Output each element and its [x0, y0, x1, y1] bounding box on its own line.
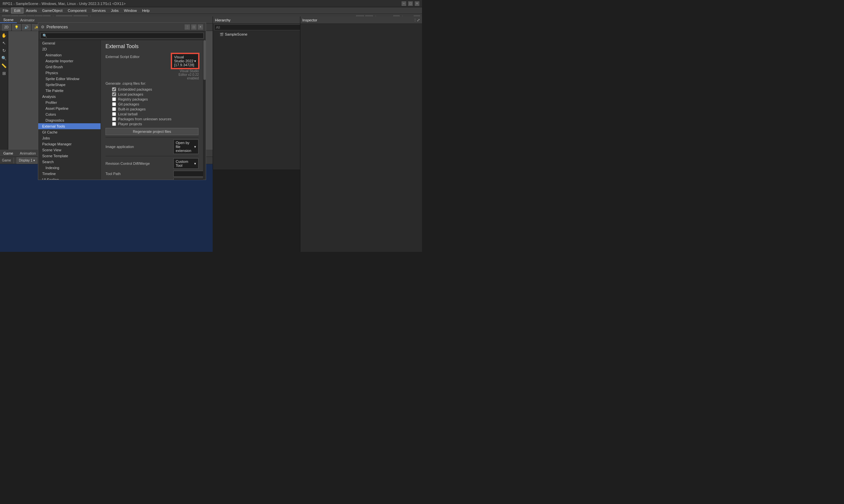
inspector-menu-btn[interactable]: ⋮	[413, 18, 417, 22]
revision-dropdown[interactable]: Custom Tool ▾	[174, 158, 198, 169]
checkbox-2[interactable]	[112, 97, 116, 101]
menu-item-help[interactable]: Help	[140, 8, 152, 13]
tab-scene[interactable]: Scene	[0, 17, 17, 23]
preferences-content: External Tools External Script Editor Vi…	[101, 40, 203, 180]
lighting-toggle[interactable]: 💡	[12, 24, 21, 31]
checkbox-3[interactable]	[112, 102, 116, 106]
inspector-expand-btn[interactable]: ⤢	[417, 18, 420, 22]
menu-item-edit[interactable]: Edit	[11, 7, 23, 14]
preferences-scrollbar[interactable]	[203, 40, 206, 180]
menu-items: FileEditAssetsGameObjectComponentService…	[0, 7, 152, 14]
window-title: RPG1 - SampleScene - Windows, Mac, Linux…	[3, 2, 126, 5]
image-app-dropdown[interactable]: Open by file extension ▾	[174, 140, 198, 154]
pref-nav-item-profiler[interactable]: Profiler	[38, 100, 101, 106]
close-button[interactable]: ×	[415, 1, 419, 6]
menu-item-file[interactable]: File	[0, 8, 11, 13]
inspector-tab: Inspector	[302, 18, 317, 22]
hand-icon-btn[interactable]: ✋	[1, 32, 7, 39]
inspector-tab-bar: Inspector ⋮ ⤢	[300, 17, 422, 24]
checkbox-0[interactable]	[112, 87, 116, 91]
checkbox-label-4: Built-in packages	[118, 107, 146, 111]
zoom-icon-btn[interactable]: 🔍	[1, 55, 7, 61]
tab-game[interactable]: Game	[0, 151, 17, 156]
image-app-value: Open by file extension	[176, 141, 194, 152]
pref-nav-item-sprite_editor[interactable]: Sprite Editor Window	[38, 76, 101, 82]
preferences-title: ⚙ Preferences	[41, 25, 68, 29]
checkbox-5[interactable]	[112, 112, 116, 116]
checkbox-row-3: Git packages	[112, 102, 198, 106]
pref-nav-item-scene_template[interactable]: Scene Template	[38, 153, 101, 159]
menu-item-jobs[interactable]: Jobs	[108, 8, 121, 13]
image-app-dropdown-wrap: Open by file extension ▾	[174, 140, 198, 154]
menu-item-window[interactable]: Window	[121, 8, 140, 13]
checkbox-1[interactable]	[112, 92, 116, 96]
scene-name: SampleScene	[225, 32, 248, 36]
two-way-label: Two-way diff command line	[106, 179, 172, 180]
regenerate-btn[interactable]: Regenerate project files	[106, 128, 198, 135]
2d-mode-toggle[interactable]: 2D	[2, 24, 11, 31]
checkbox-4[interactable]	[112, 107, 116, 111]
pref-nav-item-search[interactable]: Search	[38, 159, 101, 165]
audio-toggle[interactable]: 🔊	[22, 24, 31, 31]
rotate-icon-btn[interactable]: ↻	[2, 48, 6, 54]
checkbox-7[interactable]	[112, 122, 116, 126]
pref-nav-item-spriteshape[interactable]: SpriteShape	[38, 82, 101, 88]
custom-icon-btn[interactable]: ⊞	[2, 70, 6, 76]
checkbox-label-7: Player projects	[118, 122, 142, 126]
menu-bar: FileEditAssetsGameObjectComponentService…	[0, 7, 422, 14]
preferences-search-input[interactable]	[40, 33, 204, 39]
pref-nav-item-package_manager[interactable]: Package Manager	[38, 141, 101, 147]
scroll-track	[203, 40, 206, 180]
pref-nav-item-general[interactable]: General	[38, 40, 101, 46]
scroll-thumb[interactable]	[203, 40, 206, 80]
pref-nav-item-grid_brush[interactable]: Grid Brush	[38, 64, 101, 70]
tool-path-input[interactable]	[174, 171, 203, 177]
pref-nav-item-colors[interactable]: Colors	[38, 111, 101, 118]
pref-nav-item-analysis[interactable]: Analysis	[38, 94, 101, 100]
tab-animation[interactable]: Animation	[17, 151, 39, 156]
menu-item-assets[interactable]: Assets	[23, 8, 39, 13]
checkbox-6[interactable]	[112, 117, 116, 121]
checkbox-row-2: Registry packages	[112, 97, 198, 101]
pref-nav-item-timeline[interactable]: Timeline	[38, 171, 101, 177]
menu-item-component[interactable]: Component	[65, 8, 89, 13]
checkbox-label-2: Registry packages	[118, 97, 148, 101]
ruler-icon-btn[interactable]: 📏	[1, 62, 7, 69]
image-app-arrow: ▾	[194, 145, 196, 149]
pref-close-btn[interactable]: ×	[198, 24, 203, 30]
pref-nav-item-diagnostics[interactable]: Diagnostics	[38, 118, 101, 123]
pref-nav-item-indexing[interactable]: Indexing	[38, 165, 101, 171]
title-bar: RPG1 - SampleScene - Windows, Mac, Linux…	[0, 0, 422, 7]
tab-animator[interactable]: Animator	[17, 17, 38, 23]
two-way-input[interactable]	[174, 178, 203, 180]
pref-nav-item-physics[interactable]: Physics	[38, 70, 101, 76]
pref-nav-item-external_tools[interactable]: External Tools	[38, 123, 101, 129]
tool-path-label: Tool Path	[106, 172, 172, 176]
hierarchy-tab: Hierarchy	[215, 18, 231, 22]
menu-item-gameobject[interactable]: GameObject	[39, 8, 65, 13]
tool-path-row: Tool Path Browse	[106, 171, 198, 177]
checkbox-label-5: Local tarball	[118, 112, 138, 116]
pref-nav-item-ui_scaling[interactable]: UI Scaling	[38, 177, 101, 180]
maximize-button[interactable]: □	[408, 1, 413, 6]
pref-menu-btn[interactable]: ⋮	[185, 24, 190, 30]
script-editor-dropdown[interactable]: Visual Studio 2022 [17.9.34728] ▾	[172, 53, 199, 69]
pref-nav-item-jobs[interactable]: Jobs	[38, 135, 101, 141]
checkbox-row-0: Embedded packages	[112, 87, 198, 91]
pref-nav-item-gi_cache[interactable]: GI Cache	[38, 129, 101, 135]
minimize-button[interactable]: −	[401, 1, 406, 6]
pref-nav-item-scene_view[interactable]: Scene View	[38, 147, 101, 153]
scene-icon: 🎬	[219, 33, 223, 36]
pref-nav-item-tile_palette[interactable]: Tile Palette	[38, 88, 101, 94]
display-dropdown[interactable]: Display 1 ▾	[17, 157, 37, 164]
pref-expand-btn[interactable]: □	[191, 24, 197, 30]
pref-nav-item-asset_pipeline[interactable]: Asset Pipeline	[38, 106, 101, 111]
divider-1	[106, 137, 198, 138]
pref-nav-item-2d[interactable]: 2D	[38, 46, 101, 52]
script-editor-controls: Visual Studio 2022 [17.9.34728] ▾ Visual…	[172, 53, 199, 80]
pref-nav-item-aseprite[interactable]: Aseprite Importer	[38, 58, 101, 64]
select-icon-btn[interactable]: ↖	[2, 40, 6, 46]
menu-item-services[interactable]: Services	[89, 8, 108, 13]
pref-nav-item-animation[interactable]: Animation	[38, 52, 101, 58]
vs-version-note: Visual Studio Editor v2.0.22 enabled	[172, 69, 199, 80]
